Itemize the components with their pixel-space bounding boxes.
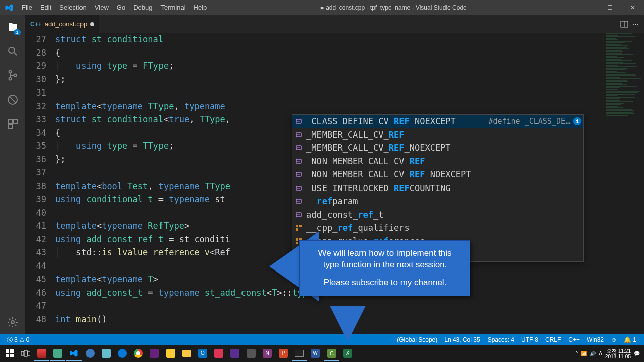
split-editor-icon[interactable]: [620, 20, 628, 28]
task-outlook[interactable]: O: [195, 347, 210, 361]
menu-item-file[interactable]: File: [18, 0, 36, 15]
task-app-4[interactable]: [99, 347, 114, 361]
menu-item-terminal[interactable]: Terminal: [156, 0, 189, 15]
debug-icon[interactable]: [6, 93, 20, 107]
task-onenote[interactable]: N: [260, 347, 275, 361]
suggest-item[interactable]: _CLASS_DEFINE_CV_REF_NOEXCEPT#define _CL…: [292, 115, 583, 128]
error-icon: ⓧ: [7, 336, 13, 344]
line-number-gutter: 2728293031323334353637383940414243444546…: [25, 33, 55, 334]
suggest-item[interactable]: _USE_INTERLOCKED_REFCOUNTING: [292, 182, 583, 195]
svg-point-2: [9, 78, 12, 80]
intellisense-popup[interactable]: _CLASS_DEFINE_CV_REF_NOEXCEPT#define _CL…: [292, 114, 584, 262]
menu-item-go[interactable]: Go: [113, 0, 129, 15]
callout-text-1: We will learn how to implement this type…: [310, 248, 460, 271]
suggest-item[interactable]: _MEMBER_CALL_CV_REF_NOEXCEPT: [292, 141, 583, 155]
task-vs2[interactable]: [227, 347, 243, 361]
status-encoding[interactable]: UTF-8: [518, 336, 542, 343]
task-edge[interactable]: [115, 347, 130, 361]
svg-rect-5: [8, 119, 12, 123]
svg-rect-30: [10, 354, 14, 357]
task-word[interactable]: W: [308, 347, 323, 361]
task-app-2[interactable]: [50, 347, 65, 361]
bell-icon: 🔔: [624, 336, 631, 343]
status-build-target[interactable]: Win32: [583, 336, 607, 343]
search-icon[interactable]: [6, 44, 20, 58]
menu-item-help[interactable]: Help: [190, 0, 211, 15]
task-app-3[interactable]: [83, 347, 98, 361]
task-explorer[interactable]: [179, 347, 194, 361]
tab-filename: add_const.cpp: [45, 20, 88, 28]
suggest-item[interactable]: add_const_ref_t: [292, 208, 583, 222]
tab-bar: C++ add_const.cpp ⋯: [25, 15, 644, 33]
editor-tab[interactable]: C++ add_const.cpp: [25, 15, 100, 33]
task-visualstudio[interactable]: [147, 347, 162, 361]
start-button[interactable]: [2, 347, 17, 361]
suggest-item[interactable]: __cpp_ref_qualifiers: [292, 221, 583, 235]
menu-item-selection[interactable]: Selection: [55, 0, 90, 15]
task-app-6[interactable]: [211, 347, 226, 361]
extensions-icon[interactable]: [6, 117, 20, 131]
menu-item-debug[interactable]: Debug: [129, 0, 156, 15]
svg-rect-6: [13, 119, 17, 123]
task-app-5[interactable]: [163, 347, 178, 361]
task-powerpoint[interactable]: P: [276, 347, 291, 361]
task-camtasia[interactable]: C: [324, 347, 339, 361]
maximize-button[interactable]: ☐: [599, 0, 621, 15]
explorer-icon[interactable]: 1: [6, 20, 20, 34]
svg-rect-27: [6, 349, 9, 353]
task-excel[interactable]: X: [340, 347, 355, 361]
taskview-icon[interactable]: [18, 347, 33, 361]
svg-point-8: [11, 321, 14, 324]
tray-volume-icon[interactable]: 🔊: [590, 351, 596, 356]
status-feedback-icon[interactable]: ☺: [607, 336, 620, 343]
status-scope[interactable]: (Global Scope): [393, 336, 441, 343]
suggest-item[interactable]: _MEMBER_CALL_CV_REF: [292, 128, 583, 142]
title-bar: FileEditSelectionViewGoDebugTerminalHelp…: [0, 0, 644, 15]
settings-gear-icon[interactable]: [6, 315, 20, 329]
minimize-button[interactable]: ─: [576, 0, 599, 15]
cpp-file-icon: C++: [30, 21, 42, 28]
task-app-1[interactable]: [34, 347, 49, 361]
status-indentation[interactable]: Spaces: 4: [484, 336, 518, 343]
task-vscode[interactable]: [66, 347, 82, 361]
tray-network-icon[interactable]: 📶: [581, 351, 587, 356]
status-language[interactable]: C++: [565, 336, 583, 343]
activity-bar: 1: [0, 15, 25, 334]
tray-chevron-up-icon[interactable]: ^: [575, 351, 578, 356]
svg-rect-7: [8, 124, 12, 128]
status-cursor-position[interactable]: Ln 43, Col 35: [441, 336, 484, 343]
close-button[interactable]: ✕: [621, 0, 644, 15]
task-terminal[interactable]: [292, 347, 307, 361]
status-bar: ⓧ3 ⚠0 (Global Scope) Ln 43, Col 35 Space…: [0, 334, 644, 345]
status-notifications[interactable]: 🔔1: [620, 336, 640, 343]
more-actions-icon[interactable]: ⋯: [632, 20, 639, 28]
suggest-info-icon[interactable]: i: [573, 117, 581, 125]
svg-rect-33: [28, 351, 30, 355]
vscode-logo-icon: [0, 3, 18, 12]
tray-ime-icon[interactable]: A: [599, 351, 602, 356]
task-chrome[interactable]: [131, 347, 146, 361]
system-tray[interactable]: ^ 📶 🔊 A 오전 11:21 2018-11-05 💬: [575, 348, 642, 359]
suggest-item[interactable]: _NON_MEMBER_CALL_CV_REF: [292, 155, 583, 168]
svg-rect-20: [296, 228, 298, 231]
window-controls: ─ ☐ ✕: [576, 0, 644, 15]
svg-rect-29: [6, 354, 9, 357]
menu-bar: FileEditSelectionViewGoDebugTerminalHelp: [18, 0, 211, 15]
svg-rect-31: [21, 351, 24, 355]
editor-toolbar: ⋯: [620, 15, 644, 33]
annotation-callout: We will learn how to implement this type…: [299, 240, 470, 296]
tray-clock[interactable]: 오전 11:21 2018-11-05: [605, 348, 631, 359]
svg-rect-18: [296, 225, 298, 227]
status-errors[interactable]: ⓧ3 ⚠0: [4, 336, 32, 344]
suggest-item[interactable]: _NON_MEMBER_CALL_CV_REF_NOEXCEPT: [292, 168, 583, 182]
status-eol[interactable]: CRLF: [542, 336, 565, 343]
tray-notifications-icon[interactable]: 💬: [634, 351, 640, 356]
warning-icon: ⚠: [19, 336, 25, 343]
editor-area: C++ add_const.cpp ⋯ 27282930313233343536…: [25, 15, 644, 334]
minimap[interactable]: [604, 33, 644, 334]
source-control-icon[interactable]: [6, 68, 20, 82]
menu-item-edit[interactable]: Edit: [36, 0, 55, 15]
suggest-item[interactable]: __refparam: [292, 195, 583, 208]
task-app-7[interactable]: [244, 347, 259, 361]
menu-item-view[interactable]: View: [91, 0, 113, 15]
